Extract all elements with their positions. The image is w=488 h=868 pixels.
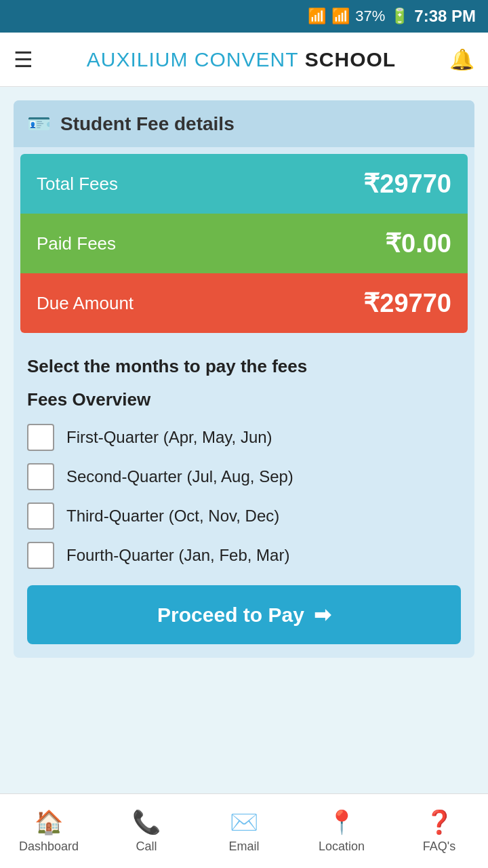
app-title-bold: SCHOOL — [299, 48, 396, 71]
nav-label-email: Email — [228, 840, 259, 854]
nav-item-dashboard[interactable]: 🏠 Dashboard — [0, 808, 98, 854]
app-title-light: AUXILIUM CONVENT — [87, 48, 299, 71]
quarter-checkbox-list: First-Quarter (Apr, May, Jun) Second-Qua… — [27, 424, 461, 569]
proceed-button-label: Proceed to Pay — [157, 604, 304, 627]
nav-label-faqs: FAQ's — [423, 840, 455, 854]
wifi-icon: 📶 — [308, 7, 326, 25]
second-quarter-label: Second-Quarter (Jul, Aug, Sep) — [66, 467, 293, 486]
main-content: 🪪 Student Fee details Total Fees ₹29770 … — [0, 87, 488, 793]
proceed-arrow-icon: ➡ — [314, 603, 331, 627]
fees-overview-title: Fees Overview — [27, 389, 461, 410]
paid-fees-label: Paid Fees — [37, 233, 116, 254]
second-quarter-checkbox[interactable] — [27, 463, 54, 490]
nav-item-email[interactable]: ✉️ Email — [195, 808, 293, 854]
status-icons: 📶 📶 37% 🔋 7:38 PM — [308, 7, 476, 26]
paid-fees-amount: ₹0.00 — [385, 229, 451, 258]
fee-summary: Total Fees ₹29770 Paid Fees ₹0.00 Due Am… — [20, 154, 468, 333]
paid-fees-row: Paid Fees ₹0.00 — [20, 214, 468, 273]
due-amount-label: Due Amount — [37, 293, 134, 314]
third-quarter-checkbox[interactable] — [27, 502, 54, 530]
signal-icon: 📶 — [331, 7, 350, 25]
battery-icon: 🔋 — [390, 7, 409, 25]
nav-label-location: Location — [319, 840, 365, 854]
card-header-title: Student Fee details — [60, 113, 235, 135]
total-fees-row: Total Fees ₹29770 — [20, 154, 468, 214]
third-quarter-label: Third-Quarter (Oct, Nov, Dec) — [66, 507, 279, 526]
time-display: 7:38 PM — [414, 7, 476, 26]
hamburger-menu-icon[interactable]: ☰ — [14, 47, 33, 73]
fourth-quarter-checkbox[interactable] — [27, 542, 54, 569]
student-card-icon: 🪪 — [27, 113, 51, 135]
first-quarter-label: First-Quarter (Apr, May, Jun) — [66, 428, 272, 447]
select-section: Select the months to pay the fees Fees O… — [14, 340, 474, 658]
due-amount-row: Due Amount ₹29770 — [20, 273, 468, 333]
nav-label-dashboard: Dashboard — [19, 840, 79, 854]
third-quarter-item[interactable]: Third-Quarter (Oct, Nov, Dec) — [27, 502, 461, 530]
nav-label-call: Call — [136, 840, 157, 854]
home-icon: 🏠 — [35, 808, 63, 835]
location-icon: 📍 — [327, 808, 356, 835]
app-header: ☰ AUXILIUM CONVENT SCHOOL 🔔 — [0, 33, 488, 87]
nav-item-call[interactable]: 📞 Call — [98, 808, 195, 854]
status-bar: 📶 📶 37% 🔋 7:38 PM — [0, 0, 488, 33]
first-quarter-item[interactable]: First-Quarter (Apr, May, Jun) — [27, 424, 461, 451]
fourth-quarter-item[interactable]: Fourth-Quarter (Jan, Feb, Mar) — [27, 542, 461, 569]
call-icon: 📞 — [132, 808, 161, 835]
due-amount-value: ₹29770 — [363, 288, 451, 318]
notification-bell-icon[interactable]: 🔔 — [449, 47, 474, 71]
bottom-navigation: 🏠 Dashboard 📞 Call ✉️ Email 📍 Location ❓… — [0, 793, 488, 868]
first-quarter-checkbox[interactable] — [27, 424, 54, 451]
fourth-quarter-label: Fourth-Quarter (Jan, Feb, Mar) — [66, 546, 289, 565]
nav-item-location[interactable]: 📍 Location — [293, 808, 390, 854]
app-title: AUXILIUM CONVENT SCHOOL — [87, 48, 396, 71]
total-fees-label: Total Fees — [37, 174, 118, 195]
proceed-to-pay-button[interactable]: Proceed to Pay ➡ — [27, 585, 461, 644]
card-header: 🪪 Student Fee details — [14, 100, 474, 147]
battery-percent: 37% — [355, 7, 385, 25]
total-fees-amount: ₹29770 — [363, 169, 451, 199]
fee-details-card: 🪪 Student Fee details Total Fees ₹29770 … — [14, 100, 474, 658]
email-icon: ✉️ — [230, 808, 258, 835]
select-months-title: Select the months to pay the fees — [27, 356, 461, 377]
faq-icon: ❓ — [425, 808, 453, 835]
nav-item-faqs[interactable]: ❓ FAQ's — [390, 808, 488, 854]
second-quarter-item[interactable]: Second-Quarter (Jul, Aug, Sep) — [27, 463, 461, 490]
